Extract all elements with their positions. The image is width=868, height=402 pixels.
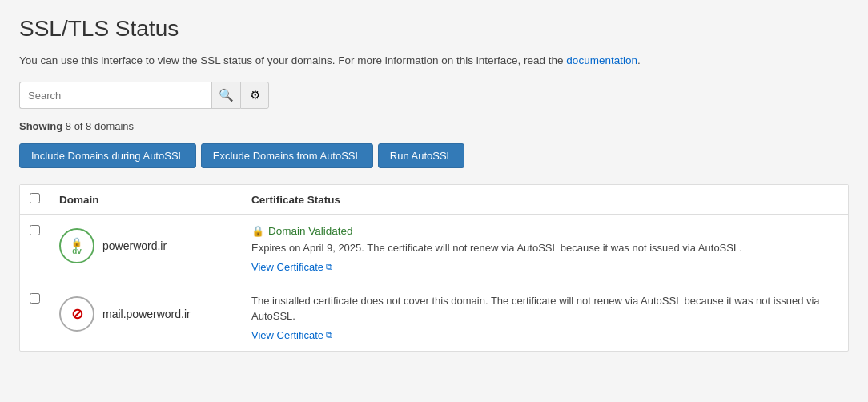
view-certificate-link[interactable]: View Certificate ⧉ (251, 329, 332, 341)
domain-header: Domain (50, 185, 242, 215)
lock-icon: 🔒 (251, 225, 264, 237)
search-input[interactable] (19, 82, 211, 109)
domain-name: mail.powerword.ir (102, 308, 191, 320)
select-all-header (20, 185, 50, 215)
cert-status-header: Certificate Status (242, 185, 848, 215)
external-link-icon: ⧉ (326, 330, 332, 340)
domains-table-container: Domain Certificate Status 🔒dvpowerword.i… (19, 184, 849, 352)
status-text: Domain Validated (268, 225, 353, 237)
table-row: ⊘mail.powerword.irThe installed certific… (20, 283, 848, 351)
domain-icon: ⊘ (59, 296, 94, 332)
domains-table: Domain Certificate Status 🔒dvpowerword.i… (20, 185, 848, 351)
action-buttons: Include Domains during AutoSSL Exclude D… (19, 143, 849, 168)
domain-name: powerword.ir (102, 239, 167, 252)
page-title: SSL/TLS Status (19, 16, 849, 42)
settings-button[interactable]: ⚙ (240, 82, 269, 109)
domain-cell: 🔒dvpowerword.ir (50, 215, 242, 283)
showing-text: Showing 8 of 8 domains (19, 120, 849, 132)
search-icon: 🔍 (219, 88, 234, 103)
view-certificate-link[interactable]: View Certificate ⧉ (251, 261, 332, 273)
table-row: 🔒dvpowerword.ir🔒Domain ValidatedExpires … (20, 215, 848, 283)
table-header-row: Domain Certificate Status (20, 185, 848, 215)
include-domains-button[interactable]: Include Domains during AutoSSL (19, 143, 196, 168)
row-checkbox-cell (20, 215, 50, 283)
exclude-domains-button[interactable]: Exclude Domains from AutoSSL (201, 143, 373, 168)
select-all-checkbox[interactable] (30, 193, 40, 203)
cert-status-cell: The installed certificate does not cover… (242, 283, 848, 351)
run-autossl-button[interactable]: Run AutoSSL (378, 143, 464, 168)
table-body: 🔒dvpowerword.ir🔒Domain ValidatedExpires … (20, 215, 848, 351)
documentation-link[interactable]: documentation (566, 54, 637, 66)
external-link-icon: ⧉ (326, 262, 332, 272)
search-button[interactable]: 🔍 (211, 82, 240, 109)
cert-status-cell: 🔒Domain ValidatedExpires on April 9, 202… (242, 215, 848, 283)
row-checkbox-cell (20, 283, 50, 351)
row-checkbox[interactable] (30, 225, 40, 235)
gear-icon: ⚙ (250, 88, 260, 103)
cert-description: Expires on April 9, 2025. The certificat… (251, 240, 838, 256)
description: You can use this interface to view the S… (19, 53, 849, 69)
row-checkbox[interactable] (30, 293, 40, 304)
search-bar: 🔍 ⚙ (19, 82, 849, 109)
domain-cell: ⊘mail.powerword.ir (50, 283, 242, 351)
domain-icon: 🔒dv (59, 228, 94, 263)
cert-description: The installed certificate does not cover… (251, 293, 838, 324)
cert-status-valid: 🔒Domain Validated (251, 225, 838, 237)
